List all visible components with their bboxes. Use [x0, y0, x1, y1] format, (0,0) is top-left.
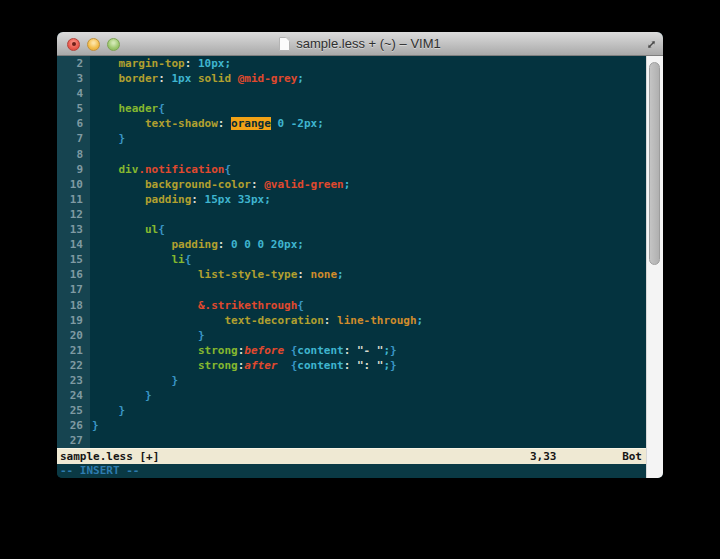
code-line[interactable]: 17 [57, 282, 646, 297]
code-line[interactable]: 8 [57, 147, 646, 162]
document-proxy-icon[interactable] [279, 37, 290, 51]
code-line[interactable]: 12 [57, 207, 646, 222]
code-text: list-style-type: none; [90, 267, 646, 282]
code-text [90, 433, 646, 448]
fullscreen-button[interactable] [644, 37, 658, 51]
code-line[interactable]: 16 list-style-type: none; [57, 267, 646, 282]
line-number: 13 [57, 222, 90, 237]
code-line[interactable]: 18 &.strikethrough{ [57, 298, 646, 313]
line-number: 2 [57, 56, 90, 71]
line-number: 4 [57, 86, 90, 101]
code-line[interactable]: 6 text-shadow: orange 0 -2px; [57, 116, 646, 131]
code-line[interactable]: 14 padding: 0 0 0 20px; [57, 237, 646, 252]
code-line[interactable]: 19 text-decoration: line-through; [57, 313, 646, 328]
code-line[interactable]: 26} [57, 418, 646, 433]
status-scroll-position: Bot [622, 449, 642, 465]
search-highlight: orange [231, 117, 271, 130]
vim-window: sample.less + (~) – VIM1 2 margin-top: 1… [57, 32, 663, 478]
code-line[interactable]: 3 border: 1px solid @mid-grey; [57, 71, 646, 86]
code-text [90, 207, 646, 222]
code-line[interactable]: 22 strong:after {content: ": ";} [57, 358, 646, 373]
code-line[interactable]: 24 } [57, 388, 646, 403]
code-text [90, 86, 646, 101]
code-text: } [90, 373, 646, 388]
line-number: 27 [57, 433, 90, 448]
code-text: text-shadow: orange 0 -2px; [90, 116, 646, 131]
traffic-lights [67, 32, 120, 56]
vim-command-line: -- INSERT -- [57, 464, 646, 478]
code-text: } [90, 403, 646, 418]
code-text: } [90, 418, 646, 433]
code-text: strong:after {content: ": ";} [90, 358, 646, 373]
code-line[interactable]: 11 padding: 15px 33px; [57, 192, 646, 207]
code-line[interactable]: 7 } [57, 131, 646, 146]
fullscreen-arrows-icon [646, 39, 657, 50]
window-title: sample.less + (~) – VIM1 [296, 36, 441, 51]
line-number: 3 [57, 71, 90, 86]
line-number: 23 [57, 373, 90, 388]
line-number: 22 [57, 358, 90, 373]
line-number: 24 [57, 388, 90, 403]
code-line[interactable]: 25 } [57, 403, 646, 418]
code-text [90, 282, 646, 297]
code-line[interactable]: 21 strong:before {content: "- ";} [57, 343, 646, 358]
line-number: 15 [57, 252, 90, 267]
line-number: 8 [57, 147, 90, 162]
code-text: } [90, 328, 646, 343]
code-text [90, 147, 646, 162]
code-line[interactable]: 23 } [57, 373, 646, 388]
code-text: padding: 0 0 0 20px; [90, 237, 646, 252]
code-line[interactable]: 13 ul{ [57, 222, 646, 237]
insert-mode-indicator: -- INSERT -- [60, 464, 139, 477]
code-text: } [90, 388, 646, 403]
code-text: text-decoration: line-through; [90, 313, 646, 328]
line-number: 6 [57, 116, 90, 131]
line-number: 10 [57, 177, 90, 192]
code-line[interactable]: 15 li{ [57, 252, 646, 267]
code-line[interactable]: 9 div.notification{ [57, 162, 646, 177]
line-number: 7 [57, 131, 90, 146]
line-number: 20 [57, 328, 90, 343]
title-group: sample.less + (~) – VIM1 [279, 36, 441, 51]
code-text: } [90, 131, 646, 146]
code-text: ul{ [90, 222, 646, 237]
code-line[interactable]: 4 [57, 86, 646, 101]
line-number: 12 [57, 207, 90, 222]
code-text: div.notification{ [90, 162, 646, 177]
code-line[interactable]: 20 } [57, 328, 646, 343]
code-line[interactable]: 27 [57, 433, 646, 448]
title-bar[interactable]: sample.less + (~) – VIM1 [57, 32, 663, 56]
code-text: background-color: @valid-green; [90, 177, 646, 192]
line-number: 21 [57, 343, 90, 358]
line-number: 14 [57, 237, 90, 252]
code-text: strong:before {content: "- ";} [90, 343, 646, 358]
close-button[interactable] [67, 38, 80, 51]
line-number: 9 [57, 162, 90, 177]
line-number: 17 [57, 282, 90, 297]
code-text: padding: 15px 33px; [90, 192, 646, 207]
scrollbar-thumb[interactable] [649, 62, 660, 265]
code-area[interactable]: 2 margin-top: 10px;3 border: 1px solid @… [57, 56, 646, 448]
status-cursor-position: 3,33 [530, 449, 557, 465]
line-number: 5 [57, 101, 90, 116]
line-number: 18 [57, 298, 90, 313]
vim-status-bar: sample.less [+] 3,33 Bot [57, 448, 646, 464]
code-text: border: 1px solid @mid-grey; [90, 71, 646, 86]
line-number: 16 [57, 267, 90, 282]
code-line[interactable]: 10 background-color: @valid-green; [57, 177, 646, 192]
code-text: &.strikethrough{ [90, 298, 646, 313]
code-text: header{ [90, 101, 646, 116]
zoom-button[interactable] [107, 38, 120, 51]
minimize-button[interactable] [87, 38, 100, 51]
code-text: margin-top: 10px; [90, 56, 646, 71]
code-line[interactable]: 2 margin-top: 10px; [57, 56, 646, 71]
status-filename: sample.less [+] [60, 449, 159, 465]
code-text: li{ [90, 252, 646, 267]
line-number: 11 [57, 192, 90, 207]
line-number: 19 [57, 313, 90, 328]
line-number: 25 [57, 403, 90, 418]
scrollbar-track[interactable] [646, 56, 663, 478]
code-line[interactable]: 5 header{ [57, 101, 646, 116]
line-number: 26 [57, 418, 90, 433]
